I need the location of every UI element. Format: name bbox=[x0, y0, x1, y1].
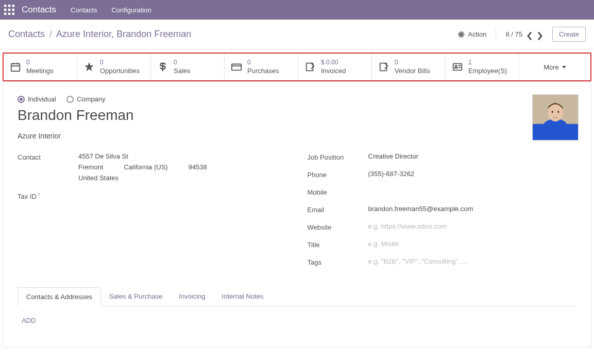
stat-purchases[interactable]: 0Purchases bbox=[225, 54, 298, 80]
gear-icon bbox=[457, 31, 465, 38]
more-label: More bbox=[544, 63, 559, 71]
apps-grid-icon[interactable] bbox=[4, 5, 14, 15]
phone-input[interactable]: (355)-687-3262 bbox=[368, 170, 577, 178]
svg-rect-2 bbox=[12, 5, 14, 7]
svg-rect-3 bbox=[4, 9, 6, 11]
stat-value: $ 0.00 bbox=[321, 59, 346, 67]
stat-meetings[interactable]: 0Meetings bbox=[4, 54, 77, 80]
radio-icon bbox=[66, 96, 74, 103]
field-label: Tax ID? bbox=[18, 191, 78, 200]
website-input[interactable]: e.g. https://www.odoo.com bbox=[368, 222, 577, 230]
avatar[interactable] bbox=[532, 94, 579, 141]
svg-rect-19 bbox=[232, 64, 241, 71]
star-icon bbox=[83, 61, 95, 73]
stat-more[interactable]: More bbox=[519, 54, 590, 80]
stat-value: 0 bbox=[395, 59, 430, 67]
svg-rect-1 bbox=[8, 5, 10, 7]
field-job-position: Job Position Creative Director bbox=[308, 152, 577, 165]
tab-contacts-addresses[interactable]: Contacts & Addresses bbox=[18, 287, 101, 306]
pager: 8 / 75 bbox=[505, 30, 543, 38]
calendar-icon bbox=[10, 61, 21, 73]
field-tags: Tags e.g. "B2B", "VIP", "Consulting", ..… bbox=[308, 257, 577, 270]
nav-item-contacts[interactable]: Contacts bbox=[71, 6, 97, 14]
tab-invoicing[interactable]: Invoicing bbox=[171, 287, 213, 306]
field-label: Phone bbox=[308, 170, 368, 179]
field-website: Website e.g. https://www.odoo.com bbox=[308, 222, 577, 235]
pager-count: 8 / 75 bbox=[505, 30, 522, 38]
stat-label: Opportunities bbox=[100, 67, 140, 76]
tab-sales-purchase[interactable]: Sales & Purchase bbox=[101, 287, 171, 306]
svg-rect-6 bbox=[4, 13, 6, 15]
address-street: 4557 De Silva St bbox=[78, 152, 287, 160]
radio-label: Individual bbox=[28, 95, 56, 103]
field-columns: Contact 4557 De Silva St Fremont Califor… bbox=[18, 152, 576, 275]
right-column: Job Position Creative Director Phone (35… bbox=[308, 152, 577, 275]
radio-label: Company bbox=[77, 95, 106, 103]
action-area: Action 8 / 75 Create bbox=[457, 27, 586, 42]
divider bbox=[496, 28, 496, 41]
vendor-bill-icon bbox=[378, 61, 389, 73]
contact-name[interactable]: Brandon Freeman bbox=[18, 107, 576, 124]
pager-prev-icon[interactable] bbox=[527, 31, 533, 38]
company-name[interactable]: Azure Interior bbox=[18, 132, 576, 140]
address-city: Fremont bbox=[78, 163, 103, 171]
stat-label: Meetings bbox=[26, 67, 54, 76]
tab-internal-notes[interactable]: Internal Notes bbox=[214, 287, 272, 306]
top-nav: Contacts Contacts Configuration bbox=[0, 0, 594, 20]
field-title: Title e.g. Mister bbox=[308, 240, 577, 252]
address-block[interactable]: 4557 De Silva St Fremont California (US)… bbox=[78, 152, 287, 182]
employee-badge-icon bbox=[452, 61, 463, 73]
stat-value: 0 bbox=[26, 59, 54, 67]
app-title: Contacts bbox=[22, 5, 56, 15]
help-icon[interactable]: ? bbox=[38, 192, 40, 197]
stat-value: 1 bbox=[468, 59, 507, 67]
svg-point-24 bbox=[455, 65, 457, 67]
pager-next-icon[interactable] bbox=[537, 31, 543, 38]
stat-employees[interactable]: 1Employee(S) bbox=[446, 54, 519, 80]
tab-body: ADD bbox=[18, 306, 576, 335]
field-phone: Phone (355)-687-3262 bbox=[308, 170, 577, 182]
field-email: Email brandon.freeman55@example.com bbox=[308, 205, 577, 217]
job-position-input[interactable]: Creative Director bbox=[368, 152, 577, 160]
field-label: Email bbox=[308, 205, 368, 214]
action-button[interactable]: Action bbox=[457, 30, 486, 38]
breadcrumb-root[interactable]: Contacts bbox=[8, 29, 45, 39]
stat-vendor-bills[interactable]: 0Vendor Bills bbox=[372, 54, 446, 80]
address-state: California (US) bbox=[124, 163, 167, 171]
breadcrumb-sep: / bbox=[49, 29, 52, 39]
svg-rect-9 bbox=[11, 64, 20, 72]
field-label: Mobile bbox=[308, 187, 368, 196]
svg-rect-7 bbox=[8, 13, 10, 15]
svg-point-32 bbox=[557, 111, 559, 113]
address-country: United States bbox=[78, 174, 287, 182]
stat-sales[interactable]: 0Sales bbox=[151, 54, 225, 80]
add-button[interactable]: ADD bbox=[22, 317, 36, 324]
breadcrumb-current: Azure Interior, Brandon Freeman bbox=[56, 29, 191, 39]
radio-individual[interactable]: Individual bbox=[18, 95, 56, 103]
field-label: Title bbox=[308, 240, 368, 249]
create-button[interactable]: Create bbox=[552, 27, 586, 42]
field-label: Website bbox=[308, 222, 368, 231]
stat-label: Invoiced bbox=[321, 67, 346, 76]
email-input[interactable]: brandon.freeman55@example.com bbox=[368, 205, 577, 213]
address-zip: 94538 bbox=[189, 163, 207, 171]
stat-label: Vendor Bills bbox=[395, 67, 430, 76]
svg-rect-0 bbox=[4, 5, 6, 7]
breadcrumb: Contacts / Azure Interior, Brandon Freem… bbox=[8, 29, 457, 40]
radio-company[interactable]: Company bbox=[66, 95, 106, 103]
stat-value: 0 bbox=[174, 59, 191, 67]
field-tax-id: Tax ID? bbox=[18, 191, 287, 203]
invoice-icon bbox=[304, 61, 316, 73]
subheader: Contacts / Azure Interior, Brandon Freem… bbox=[0, 20, 594, 49]
tags-input[interactable]: e.g. "B2B", "VIP", "Consulting", ... bbox=[368, 257, 577, 265]
stat-value: 0 bbox=[247, 59, 279, 67]
credit-card-icon bbox=[231, 61, 242, 73]
title-input[interactable]: e.g. Mister bbox=[368, 240, 577, 248]
radio-icon bbox=[18, 96, 25, 103]
field-mobile: Mobile bbox=[308, 187, 577, 200]
nav-item-configuration[interactable]: Configuration bbox=[111, 6, 151, 14]
stat-invoiced[interactable]: $ 0.00Invoiced bbox=[298, 54, 372, 80]
stat-opportunities[interactable]: 0Opportunities bbox=[77, 54, 151, 80]
stat-value: 0 bbox=[100, 59, 140, 67]
form-sheet: Individual Company Brandon Freeman Azure… bbox=[3, 81, 591, 348]
